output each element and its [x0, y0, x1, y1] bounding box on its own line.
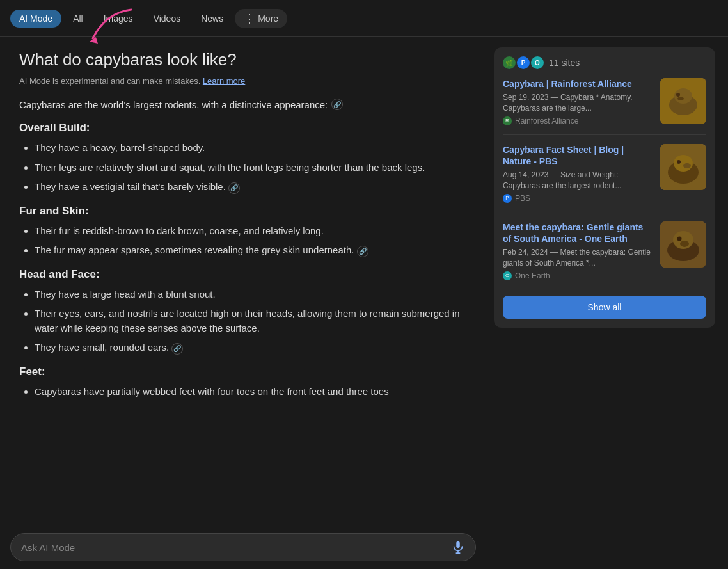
- show-all-button[interactable]: Show all: [503, 296, 706, 319]
- site-icon-green: 🌿: [503, 56, 516, 69]
- sites-count: 11 sites: [549, 58, 580, 68]
- source-item-rainforest[interactable]: Capybara | Rainforest Alliance Sep 19, 2…: [503, 78, 706, 135]
- intro-text-content: Capybaras are the world's largest rodent…: [19, 99, 328, 110]
- section-heading-feet: Feet:: [19, 365, 467, 378]
- section-heading-fur-skin: Fur and Skin:: [19, 205, 467, 218]
- more-label: More: [258, 13, 278, 24]
- source-item-pbs[interactable]: Capybara Fact Sheet | Blog | Nature - PB…: [503, 144, 706, 212]
- left-content: What do capybaras look like? AI Mode is …: [0, 37, 486, 569]
- svg-point-8: [674, 155, 693, 172]
- bullet-item: They have a large head with a blunt snou…: [35, 287, 467, 302]
- svg-point-15: [680, 241, 689, 247]
- bullet-item: Their fur is reddish-brown to dark brown…: [35, 224, 467, 239]
- svg-point-14: [677, 236, 682, 241]
- nav-item-ai-mode[interactable]: AI Mode: [10, 10, 61, 28]
- source-text-2: Capybara Fact Sheet | Blog | Nature - PB…: [503, 144, 654, 203]
- nav-item-all[interactable]: All: [64, 10, 92, 28]
- bullet-item: They have a heavy, barrel-shaped body.: [35, 141, 467, 156]
- cite-icon-fur[interactable]: 🔗: [357, 246, 368, 257]
- bullet-item: They have small, rounded ears. 🔗: [35, 341, 467, 355]
- bullet-item: Their eyes, ears, and nostrils are locat…: [35, 307, 467, 335]
- more-dots-icon: ⋮: [244, 13, 255, 24]
- nav-item-images[interactable]: Images: [95, 10, 142, 28]
- svg-point-9: [677, 160, 681, 164]
- source-snippet-2: Aug 14, 2023 — Size and Weight: Capybara…: [503, 170, 654, 191]
- site-icons: 🌿 P O: [503, 56, 544, 69]
- search-input-wrapper: [10, 533, 476, 561]
- main-layout: What do capybaras look like? AI Mode is …: [0, 37, 728, 569]
- learn-more-link[interactable]: Learn more: [203, 76, 245, 86]
- source-title-1: Capybara | Rainforest Alliance: [503, 78, 654, 90]
- nav-item-news[interactable]: News: [192, 10, 232, 28]
- source-title-3: Meet the capybara: Gentle giants of Sout…: [503, 221, 654, 244]
- bullet-list-fur-skin: Their fur is reddish-brown to dark brown…: [19, 224, 467, 258]
- source-thumb-2: [660, 144, 706, 190]
- source-favicon-3: O: [503, 271, 512, 280]
- source-snippet-1: Sep 19, 2023 — Capybara * Anatomy. Capyb…: [503, 92, 654, 114]
- bullet-item: Their legs are relatively short and squa…: [35, 161, 467, 175]
- site-icon-teal: O: [531, 56, 544, 69]
- source-meta-3: O One Earth: [503, 271, 654, 280]
- intro-text: Capybaras are the world's largest rodent…: [19, 99, 467, 110]
- nav-item-more[interactable]: ⋮ More: [235, 9, 287, 28]
- section-heading-overall-build: Overall Build:: [19, 122, 467, 134]
- source-thumb-1: [660, 78, 706, 124]
- source-text-3: Meet the capybara: Gentle giants of Sout…: [503, 221, 654, 280]
- bullet-list-feet: Capybaras have partially webbed feet wit…: [19, 385, 467, 399]
- source-title-2: Capybara Fact Sheet | Blog | Nature - PB…: [503, 144, 654, 167]
- svg-rect-16: [456, 541, 460, 548]
- svg-point-4: [676, 93, 680, 97]
- source-item-oneearth[interactable]: Meet the capybara: Gentle giants of Sout…: [503, 221, 706, 289]
- cite-icon-vestigial[interactable]: 🔗: [228, 182, 240, 194]
- cite-icon-ears[interactable]: 🔗: [171, 343, 183, 355]
- search-input[interactable]: [21, 542, 445, 553]
- sites-header: 🌿 P O 11 sites: [503, 56, 706, 69]
- nav-bar: AI Mode All Images Videos News ⋮ More: [0, 0, 728, 37]
- source-meta-2: P PBS: [503, 194, 654, 203]
- source-thumb-3: [660, 221, 706, 268]
- nav-item-videos[interactable]: Videos: [145, 10, 190, 28]
- svg-point-5: [677, 97, 684, 100]
- mic-icon: [451, 540, 465, 554]
- site-icon-blue: P: [517, 56, 530, 69]
- source-favicon-2: P: [503, 194, 512, 203]
- bullet-item: Capybaras have partially webbed feet wit…: [35, 385, 467, 399]
- right-panel: 🌿 P O 11 sites Capybara | Rainforest All…: [486, 37, 723, 569]
- bullet-item: The fur may appear sparse, sometimes rev…: [35, 243, 467, 258]
- search-bar-bottom: [0, 525, 486, 569]
- source-favicon-1: R: [503, 116, 512, 125]
- bullet-list-overall-build: They have a heavy, barrel-shaped body. T…: [19, 141, 467, 195]
- svg-point-10: [683, 163, 691, 168]
- source-text-1: Capybara | Rainforest Alliance Sep 19, 2…: [503, 78, 654, 125]
- query-title: What do capybaras look like?: [19, 50, 467, 70]
- bullet-item: They have a vestigial tail that's barely…: [35, 180, 467, 195]
- experimental-notice: AI Mode is experimental and can make mis…: [19, 76, 467, 86]
- bullet-list-head-face: They have a large head with a blunt snou…: [19, 287, 467, 355]
- cite-icon-intro[interactable]: 🔗: [331, 99, 343, 110]
- section-heading-head-face: Head and Face:: [19, 268, 467, 281]
- source-meta-1: R Rainforest Alliance: [503, 116, 654, 125]
- source-snippet-3: Feb 24, 2024 — Meet the capybara: Gentle…: [503, 247, 654, 269]
- sources-card: 🌿 P O 11 sites Capybara | Rainforest All…: [494, 47, 715, 328]
- mic-button[interactable]: [451, 540, 465, 554]
